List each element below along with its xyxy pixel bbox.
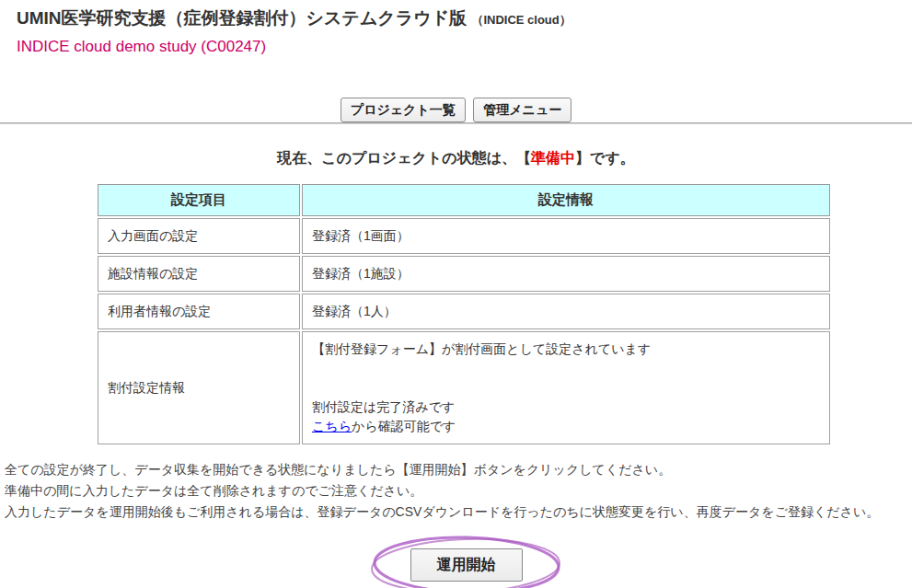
project-status-line: 現在、このプロジェクトの状態は、【準備中】です。 bbox=[0, 149, 912, 168]
admin-menu-button[interactable]: 管理メニュー bbox=[473, 98, 571, 122]
start-operation-button[interactable]: 運用開始 bbox=[410, 548, 523, 582]
allocation-info-line3: から確認可能です bbox=[352, 419, 456, 433]
allocation-info-line1: 【割付登録フォーム】が割付画面として設定されています bbox=[312, 341, 651, 356]
setting-item-label: 施設情報の設定 bbox=[98, 256, 300, 292]
setting-item-label: 割付設定情報 bbox=[98, 331, 300, 444]
page-title-main: UMIN医学研究支援（症例登録割付）システムクラウド版 bbox=[17, 8, 467, 28]
start-section: 運用開始 bbox=[0, 528, 912, 588]
project-list-button[interactable]: プロジェクト一覧 bbox=[341, 98, 466, 122]
divider-rule bbox=[0, 122, 912, 124]
allocation-info-cell: 【割付登録フォーム】が割付画面として設定されています 割付設定は完了済みです こ… bbox=[302, 331, 830, 444]
note-line-3: 入力したデータを運用開始後もご利用される場合は、登録データのCSVダウンロードを… bbox=[5, 502, 912, 523]
setting-info-value: 登録済（1施設） bbox=[302, 256, 830, 292]
study-name: INDICE cloud demo study (C00247) bbox=[17, 37, 912, 57]
setting-item-label: 利用者情報の設定 bbox=[98, 294, 300, 329]
page-title: UMIN医学研究支援（症例登録割付）システムクラウド版 （INDICE clou… bbox=[17, 7, 912, 31]
note-line-1: 全ての設定が終了し、データ収集を開始できる状態になりましたら【運用開始】ボタンを… bbox=[5, 459, 912, 480]
note-line-2: 準備中の間に入力したデータは全て削除されますのでご注意ください。 bbox=[5, 480, 912, 502]
notes-block: 全ての設定が終了し、データ収集を開始できる状態になりましたら【運用開始】ボタンを… bbox=[5, 459, 912, 523]
status-suffix: 】です。 bbox=[575, 150, 635, 166]
table-row: 割付設定情報 【割付登録フォーム】が割付画面として設定されています 割付設定は完… bbox=[98, 331, 830, 444]
settings-table: 設定項目 設定情報 入力画面の設定 登録済（1画面） 施設情報の設定 登録済（1… bbox=[96, 182, 832, 446]
table-header-row: 設定項目 設定情報 bbox=[98, 184, 830, 216]
setting-info-value: 登録済（1画面） bbox=[302, 218, 830, 254]
table-row: 利用者情報の設定 登録済（1人） bbox=[98, 294, 830, 329]
table-row: 施設情報の設定 登録済（1施設） bbox=[98, 256, 830, 292]
table-row: 入力画面の設定 登録済（1画面） bbox=[98, 218, 830, 254]
column-header-info: 設定情報 bbox=[302, 184, 830, 216]
setting-info-value: 登録済（1人） bbox=[302, 294, 830, 329]
nav-bar: プロジェクト一覧 管理メニュー bbox=[0, 98, 912, 122]
column-header-item: 設定項目 bbox=[98, 184, 300, 216]
page-header: UMIN医学研究支援（症例登録割付）システムクラウド版 （INDICE clou… bbox=[0, 0, 912, 57]
setting-item-label: 入力画面の設定 bbox=[98, 218, 300, 254]
allocation-info-line2: 割付設定は完了済みです bbox=[312, 399, 455, 414]
kochira-link[interactable]: こちら bbox=[312, 419, 352, 433]
status-prefix: 現在、このプロジェクトの状態は、【 bbox=[277, 150, 531, 166]
page-title-suffix: （INDICE cloud） bbox=[471, 13, 571, 27]
status-state: 準備中 bbox=[531, 150, 575, 166]
